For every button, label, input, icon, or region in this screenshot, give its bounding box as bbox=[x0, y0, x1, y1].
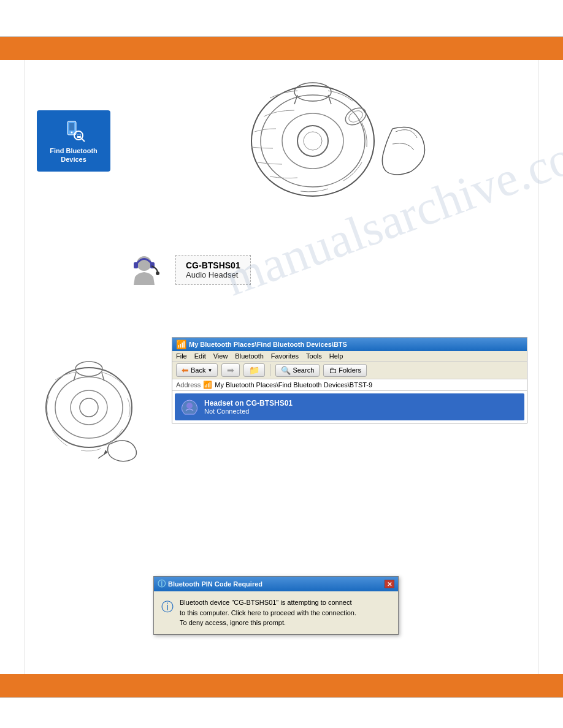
folders-button[interactable]: 🗀 Folders bbox=[323, 364, 367, 377]
menu-bluetooth[interactable]: Bluetooth bbox=[235, 352, 263, 360]
margin-line-left bbox=[25, 0, 25, 728]
toolbar-separator-1 bbox=[270, 364, 270, 376]
explorer-title-icon: 📶 bbox=[176, 339, 186, 349]
explorer-title-text: My Bluetooth Places\Find Bluetooth Devic… bbox=[189, 341, 347, 348]
device-type: Audio Headset bbox=[186, 270, 240, 279]
device-entry-info: Headset on CG-BTSHS01 Not Connected bbox=[204, 399, 293, 415]
folder-up-button[interactable]: 📁 bbox=[243, 363, 265, 377]
svg-point-7 bbox=[261, 95, 365, 187]
svg-point-2 bbox=[71, 131, 73, 133]
folders-label: Folders bbox=[339, 366, 361, 374]
pin-dialog: ⓘ Bluetooth PIN Code Required ✕ ⓘ Blueto… bbox=[153, 576, 399, 635]
explorer-toolbar: ⬅ Back ▼ ➡ 📁 🔍 Search 🗀 Folders bbox=[172, 362, 527, 379]
section4-pin-dialog: ⓘ Bluetooth PIN Code Required ✕ ⓘ Blueto… bbox=[153, 576, 399, 635]
find-bluetooth-button[interactable]: ⬓ Find Bluetooth Devices bbox=[37, 110, 110, 172]
pin-title-bar: ⓘ Bluetooth PIN Code Required ✕ bbox=[154, 577, 398, 591]
entry-status: Not Connected bbox=[204, 408, 293, 415]
pin-close-button[interactable]: ✕ bbox=[385, 580, 394, 588]
address-icon: 📶 bbox=[203, 381, 212, 389]
address-value: My Bluetooth Places\Find Bluetooth Devic… bbox=[215, 381, 523, 389]
back-button[interactable]: ⬅ Back ▼ bbox=[176, 363, 218, 377]
svg-point-19 bbox=[156, 271, 159, 275]
back-icon: ⬅ bbox=[182, 365, 189, 375]
explorer-window: 📶 My Bluetooth Places\Find Bluetooth Dev… bbox=[172, 337, 527, 423]
back-label: Back bbox=[191, 366, 205, 374]
device-illustration-2 bbox=[37, 355, 159, 478]
device-illustration-1 bbox=[135, 80, 527, 202]
explorer-menu-bar[interactable]: File Edit View Bluetooth Favorites Tools… bbox=[172, 351, 527, 362]
svg-rect-17 bbox=[134, 262, 138, 268]
back-arrow: ▼ bbox=[207, 368, 212, 373]
device-name-box: CG-BTSHS01 Audio Headset bbox=[175, 255, 251, 285]
footer-bar bbox=[0, 674, 563, 697]
section3: 📶 My Bluetooth Places\Find Bluetooth Dev… bbox=[37, 337, 527, 527]
search-icon: 🔍 bbox=[281, 366, 291, 375]
device-entry[interactable]: Headset on CG-BTSHS01 Not Connected bbox=[175, 393, 524, 420]
bottom-margin bbox=[0, 697, 563, 728]
search-button[interactable]: 🔍 Search bbox=[275, 364, 320, 377]
pin-message-text: Bluetooth device "CG-BTSHS01" is attempt… bbox=[180, 597, 356, 628]
svg-point-20 bbox=[46, 368, 132, 447]
svg-point-8 bbox=[282, 113, 343, 169]
svg-point-9 bbox=[297, 126, 328, 156]
svg-rect-1 bbox=[69, 123, 74, 131]
svg-point-21 bbox=[55, 377, 123, 438]
pin-info-title-icon: ⓘ bbox=[158, 578, 166, 590]
entry-name: Headset on CG-BTSHS01 bbox=[204, 399, 293, 408]
svg-point-6 bbox=[251, 86, 374, 196]
svg-text:⬓: ⬓ bbox=[77, 133, 82, 138]
pin-body: ⓘ Bluetooth device "CG-BTSHS01" is attem… bbox=[154, 591, 398, 634]
device-id: CG-BTSHS01 bbox=[186, 260, 240, 270]
forward-button[interactable]: ➡ bbox=[221, 363, 240, 377]
explorer-content: Headset on CG-BTSHS01 Not Connected bbox=[172, 391, 527, 423]
forward-icon: ➡ bbox=[227, 365, 234, 375]
section1: ⬓ Find Bluetooth Devices bbox=[37, 74, 527, 208]
header-bar bbox=[0, 37, 563, 60]
svg-point-15 bbox=[347, 108, 365, 124]
svg-line-13 bbox=[328, 95, 331, 104]
section2-device-found: CG-BTSHS01 Audio Headset bbox=[123, 239, 429, 300]
svg-point-10 bbox=[304, 132, 322, 150]
find-bt-label: Find Bluetooth Devices bbox=[50, 146, 98, 164]
folders-icon: 🗀 bbox=[329, 366, 337, 375]
svg-line-4 bbox=[82, 138, 85, 142]
pin-info-icon: ⓘ bbox=[161, 599, 174, 615]
menu-tools[interactable]: Tools bbox=[306, 352, 322, 360]
top-margin bbox=[0, 0, 563, 37]
margin-line-right bbox=[538, 0, 538, 728]
bluetooth-search-icon: ⬓ bbox=[61, 118, 86, 143]
menu-help[interactable]: Help bbox=[329, 352, 343, 360]
svg-point-29 bbox=[186, 403, 193, 409]
explorer-address-bar: Address 📶 My Bluetooth Places\Find Bluet… bbox=[172, 379, 527, 391]
device-entry-icon bbox=[180, 397, 199, 417]
headset-icon-box bbox=[123, 248, 166, 291]
folder-up-icon: 📁 bbox=[249, 365, 259, 375]
svg-point-23 bbox=[80, 398, 98, 417]
menu-file[interactable]: File bbox=[176, 352, 187, 360]
search-label: Search bbox=[293, 366, 314, 374]
pin-title-text: Bluetooth PIN Code Required bbox=[168, 580, 262, 588]
pin-title-left: ⓘ Bluetooth PIN Code Required bbox=[158, 578, 262, 590]
menu-view[interactable]: View bbox=[213, 352, 228, 360]
explorer-title-bar: 📶 My Bluetooth Places\Find Bluetooth Dev… bbox=[172, 338, 527, 351]
menu-favorites[interactable]: Favorites bbox=[271, 352, 299, 360]
menu-edit[interactable]: Edit bbox=[194, 352, 206, 360]
svg-point-14 bbox=[342, 105, 369, 129]
address-label: Address bbox=[176, 381, 201, 389]
svg-point-22 bbox=[71, 390, 107, 425]
svg-line-12 bbox=[294, 95, 297, 104]
